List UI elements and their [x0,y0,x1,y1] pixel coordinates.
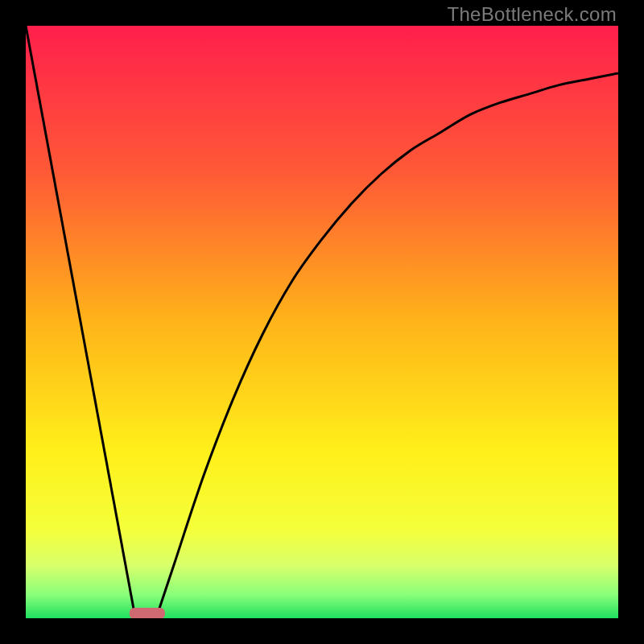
chart-svg [26,26,618,618]
chart-frame: TheBottleneck.com [0,0,644,644]
bottom-marker [130,608,165,618]
watermark-text: TheBottleneck.com [447,3,617,26]
plot-area [26,26,618,618]
gradient-background [26,26,618,618]
